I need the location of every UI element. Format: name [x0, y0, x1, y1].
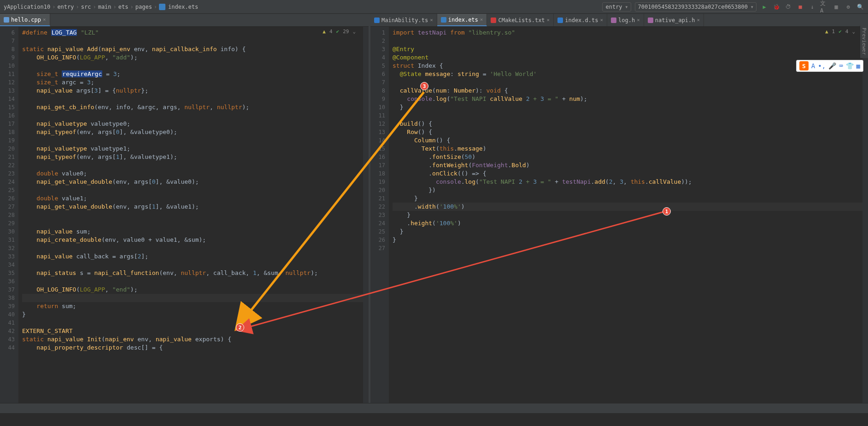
line-number[interactable]: 15 — [370, 145, 385, 153]
line-number[interactable]: 42 — [0, 327, 15, 335]
close-icon[interactable]: × — [637, 17, 640, 23]
line-number[interactable]: 3 — [370, 45, 385, 53]
code-line[interactable]: napi_typeof(env, args[1], &valuetype1); — [22, 153, 363, 161]
line-number[interactable]: 23 — [370, 211, 385, 219]
line-number[interactable]: 15 — [0, 103, 15, 111]
line-number[interactable]: 30 — [0, 228, 15, 236]
code-line[interactable]: size_t requireArgc = 3; — [22, 70, 363, 78]
code-line[interactable]: napi_get_value_double(env, args[1], &val… — [22, 203, 363, 211]
code-line[interactable]: } — [393, 228, 862, 236]
line-number[interactable]: 9 — [0, 53, 15, 62]
close-icon[interactable]: × — [547, 17, 550, 23]
code-line[interactable] — [22, 244, 363, 252]
tab-index-d-ts[interactable]: index.d.ts× — [554, 14, 607, 26]
line-number[interactable]: 4 — [370, 53, 385, 62]
code-line[interactable]: double value1; — [22, 194, 363, 203]
code-line[interactable]: }) — [393, 186, 862, 194]
tab-MainAbility-ts[interactable]: MainAbility.ts× — [370, 14, 437, 26]
line-number[interactable]: 37 — [0, 286, 15, 294]
code-line[interactable]: } — [393, 103, 862, 111]
code-line[interactable]: napi_value sum; — [22, 228, 363, 236]
line-number[interactable]: 25 — [0, 186, 15, 194]
line-number[interactable]: 40 — [0, 310, 15, 319]
code-line[interactable]: } — [393, 211, 862, 219]
line-number[interactable]: 38 — [0, 294, 15, 302]
code-line[interactable]: console.log("Test NAPI 2 + 3 = " + testN… — [393, 178, 862, 186]
code-left[interactable]: #define LOG_TAG "LZL"static napi_value A… — [18, 27, 363, 403]
line-number[interactable]: 26 — [0, 194, 15, 203]
line-number[interactable]: 8 — [370, 87, 385, 95]
line-number[interactable]: 5 — [370, 62, 385, 70]
code-line[interactable]: struct Index { — [393, 62, 862, 70]
side-tool-previewer[interactable]: Previewer — [860, 26, 868, 58]
crumb-2[interactable]: src — [81, 4, 91, 10]
line-number[interactable]: 39 — [0, 302, 15, 310]
crumb-5[interactable]: pages — [135, 4, 152, 10]
code-line[interactable] — [22, 37, 363, 45]
line-number[interactable]: 17 — [0, 120, 15, 128]
line-number[interactable]: 26 — [370, 236, 385, 244]
inspections-left[interactable]: ▲4 ✔29 ⌄ — [323, 29, 356, 35]
code-line[interactable] — [393, 244, 862, 252]
close-icon[interactable]: × — [480, 17, 483, 23]
settings-icon[interactable]: ⚙ — [844, 3, 852, 11]
ime-btn-kbd[interactable]: ⌨ — [839, 62, 843, 70]
line-number[interactable]: 36 — [0, 277, 15, 286]
line-number[interactable]: 20 — [0, 145, 15, 153]
line-number[interactable]: 20 — [370, 186, 385, 194]
close-icon[interactable]: × — [43, 17, 46, 23]
line-number[interactable]: 2 — [370, 37, 385, 45]
line-number[interactable]: 19 — [0, 136, 15, 145]
close-icon[interactable]: × — [430, 17, 433, 23]
line-number[interactable]: 28 — [0, 211, 15, 219]
project-structure-icon[interactable]: ▦ — [832, 3, 840, 11]
line-number[interactable]: 13 — [0, 87, 15, 95]
tab-CMakeLists-txt[interactable]: CMakeLists.txt× — [487, 14, 554, 26]
ime-btn-a[interactable]: A — [811, 62, 815, 70]
line-number[interactable]: 44 — [0, 344, 15, 352]
line-number[interactable]: 25 — [370, 228, 385, 236]
code-line[interactable]: OH_LOG_INFO(LOG_APP, "add"); — [22, 53, 363, 62]
code-line[interactable]: size_t argc = 3; — [22, 78, 363, 87]
search-icon[interactable]: 🔍 — [856, 3, 864, 11]
code-line[interactable] — [22, 261, 363, 269]
code-line[interactable]: OH_LOG_INFO(LOG_APP, "end"); — [22, 286, 363, 294]
tab-native_api-h[interactable]: native_api.h× — [644, 14, 704, 26]
line-number[interactable]: 21 — [370, 194, 385, 203]
tab-index-ets[interactable]: index.ets× — [437, 14, 487, 26]
line-number[interactable]: 12 — [370, 120, 385, 128]
gutter-left[interactable]: 6789101112131415161718192021222324252627… — [0, 27, 18, 403]
code-line[interactable] — [22, 211, 363, 219]
code-line[interactable] — [22, 95, 363, 103]
line-number[interactable]: 18 — [370, 169, 385, 178]
code-line[interactable]: } — [22, 310, 363, 319]
ime-btn-punct[interactable]: •, — [818, 62, 826, 70]
crumb-3[interactable]: main — [98, 4, 111, 10]
code-line[interactable] — [22, 136, 363, 145]
code-line[interactable]: napi_valuetype valuetype1; — [22, 145, 363, 153]
line-number[interactable]: 27 — [370, 244, 385, 252]
close-icon[interactable]: × — [600, 17, 603, 23]
profile-icon[interactable]: ⏱ — [784, 3, 792, 11]
code-line[interactable]: napi_value args[3] = {nullptr}; — [22, 87, 363, 95]
line-number[interactable]: 22 — [370, 203, 385, 211]
line-number[interactable]: 33 — [0, 252, 15, 261]
code-line[interactable] — [22, 277, 363, 286]
code-line[interactable]: return sum; — [22, 302, 363, 310]
line-number[interactable]: 11 — [370, 111, 385, 120]
line-number[interactable]: 7 — [370, 78, 385, 87]
code-line[interactable]: .onClick(() => { — [393, 169, 862, 178]
stop-icon[interactable]: ■ — [796, 3, 804, 11]
line-number[interactable]: 29 — [0, 219, 15, 228]
line-number[interactable]: 16 — [0, 111, 15, 120]
code-line[interactable]: napi_get_value_double(env, args[0], &val… — [22, 178, 363, 186]
code-line[interactable] — [22, 319, 363, 327]
gutter-right[interactable]: 1234567891011121314151617181920212223242… — [370, 27, 389, 403]
sync-icon[interactable]: ↓ — [808, 3, 816, 11]
ime-toolbar[interactable]: S A •, 🎤 ⌨ 👕 ▦ — [796, 60, 863, 72]
code-line[interactable]: @Entry — [393, 45, 862, 53]
line-number[interactable]: 7 — [0, 37, 15, 45]
line-number[interactable]: 8 — [0, 45, 15, 53]
code-line[interactable]: .height('100%') — [393, 219, 862, 228]
crumb-4[interactable]: ets — [118, 4, 129, 10]
